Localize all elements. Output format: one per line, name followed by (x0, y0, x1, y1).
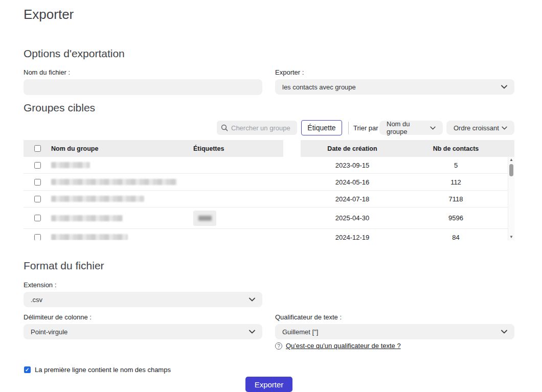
qualifier-select[interactable]: Guillemet ["] (275, 324, 514, 339)
creation-date: 2024-05-16 (301, 174, 404, 190)
chevron-down-icon (501, 85, 507, 89)
chevron-down-icon (502, 126, 507, 130)
col-header-contacts: Nb de contacts (404, 145, 508, 152)
contact-count: 112 (404, 174, 508, 190)
row-checkbox[interactable] (34, 196, 41, 202)
filename-label: Nom du fichier : (24, 68, 70, 76)
creation-date: 2024-07-18 (301, 191, 404, 207)
groups-table: Nom du groupe Étiquettes Date de créatio… (24, 140, 514, 240)
row-checkbox[interactable] (34, 179, 41, 186)
sort-field-value: Nom du groupe (387, 120, 430, 135)
sort-field-select[interactable]: Nom du groupe (379, 121, 443, 135)
options-section-heading: Options d'exportation (24, 48, 125, 60)
contact-count: 9596 (404, 207, 508, 228)
extension-value: .csv (31, 296, 42, 304)
groups-section-heading: Groupes cibles (24, 102, 95, 114)
scroll-down-icon[interactable] (508, 234, 515, 240)
group-name-redacted (51, 196, 144, 202)
chevron-down-icon (501, 330, 507, 334)
scroll-up-icon[interactable] (508, 157, 515, 163)
export-target-select[interactable]: les contacts avec groupe (275, 79, 514, 95)
table-row: 2024-05-16112 (24, 174, 514, 191)
qualifier-help-link[interactable]: Qu'est-ce qu'un qualificateur de texte ? (286, 342, 401, 350)
vertical-scrollbar[interactable] (508, 157, 514, 240)
group-name-redacted (51, 179, 177, 185)
group-name-redacted (51, 234, 128, 240)
group-search-input[interactable] (231, 124, 292, 132)
sort-order-value: Ordre croissant (454, 124, 499, 132)
first-line-checkbox[interactable] (24, 366, 31, 373)
extension-select[interactable]: .csv (24, 292, 262, 307)
select-all-checkbox[interactable] (34, 145, 41, 152)
group-search-box[interactable] (217, 121, 297, 135)
group-name-redacted (51, 215, 123, 221)
page-title: Exporter (24, 7, 74, 22)
filter-divider (348, 122, 349, 134)
table-row: 2024-12-1984 (24, 229, 514, 240)
row-checkbox[interactable] (34, 215, 41, 221)
creation-date: 2024-12-19 (301, 229, 404, 240)
export-page: Exporter Options d'exportation Nom du fi… (0, 0, 542, 392)
search-icon (221, 124, 228, 131)
table-body: 2023-09-1552024-05-161122024-07-18711820… (24, 157, 514, 240)
sort-by-label: Trier par : (353, 124, 382, 132)
chevron-down-icon (430, 126, 436, 130)
creation-date: 2023-09-15 (301, 157, 404, 173)
delimiter-select[interactable]: Point-virgule (24, 324, 262, 339)
format-section-heading: Format du fichier (24, 260, 104, 272)
export-button[interactable]: Exporter (245, 377, 292, 392)
chevron-down-icon (249, 330, 255, 334)
tag-filter-button[interactable]: Étiquette (301, 120, 342, 135)
delimiter-value: Point-virgule (31, 328, 67, 336)
scrollbar-thumb[interactable] (509, 164, 513, 176)
contact-count: 5 (404, 157, 508, 173)
col-header-name: Nom du groupe (51, 145, 193, 152)
creation-date: 2025-04-30 (301, 207, 404, 228)
row-checkbox[interactable] (34, 162, 41, 169)
table-row: 2024-07-187118 (24, 191, 514, 207)
delimiter-label: Délimiteur de colonne : (24, 313, 92, 321)
table-row: 2023-09-155 (24, 157, 514, 174)
extension-label: Extension : (24, 281, 56, 289)
table-header: Nom du groupe Étiquettes Date de créatio… (24, 140, 514, 157)
export-target-value: les contacts avec groupe (282, 83, 356, 91)
qualifier-value: Guillemet ["] (282, 328, 318, 336)
help-icon: ? (275, 342, 282, 350)
group-name-redacted (51, 162, 90, 168)
table-row: 2025-04-309596 (24, 207, 514, 229)
chevron-down-icon (249, 297, 255, 302)
contact-count: 7118 (404, 191, 508, 207)
tag-chip (193, 211, 216, 226)
export-target-label: Exporter : (275, 68, 304, 76)
first-line-checkbox-label: La première ligne contient le nom des ch… (35, 366, 171, 374)
col-header-created: Date de création (301, 145, 404, 152)
row-checkbox[interactable] (34, 234, 41, 241)
filename-input[interactable] (24, 79, 262, 95)
sort-order-select[interactable]: Ordre croissant (446, 121, 514, 135)
col-header-tags: Étiquettes (193, 145, 283, 152)
qualifier-label: Qualificateur de texte : (275, 313, 342, 321)
contact-count: 84 (404, 229, 508, 240)
